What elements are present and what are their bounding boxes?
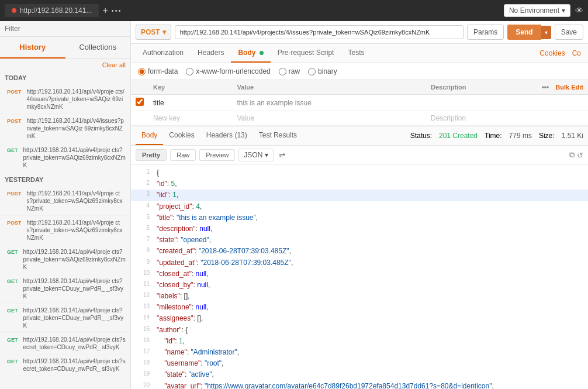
list-item[interactable]: GET http://192.168.20.141/api/v4/proje c… [0,274,130,304]
format-raw-button[interactable]: Raw [170,149,196,161]
send-dropdown-button[interactable]: ▾ [541,26,551,39]
filter-input[interactable] [5,25,126,33]
list-item[interactable]: GET http://192.168.20.141/api/v4/proje c… [0,333,130,354]
request-tab[interactable]: http://192.168.20.141... [5,4,99,17]
key-cell[interactable]: title [148,95,232,111]
radio-raw[interactable]: raw [279,67,300,75]
json-line: 16 "id": 1, [131,336,588,347]
url-input[interactable] [175,25,464,39]
resp-tab-body[interactable]: Body [136,126,163,145]
new-value-cell[interactable]: Value [232,111,426,126]
sidebar: History Collections Clear all Today POST… [0,21,131,389]
json-line: 4"project_id": 4, [131,201,588,212]
method-badge: GET [5,358,20,365]
status-value: 201 Created [439,132,478,140]
json-line: 19 "state": "active", [131,369,588,380]
send-button-group: Send ▾ [507,25,551,40]
clear-all-button[interactable]: Clear all [0,59,130,71]
method-badge: GET [5,307,20,314]
th-actions: ••• Bulk Edit [530,80,588,95]
top-bar: http://192.168.20.141... + ••• No Enviro… [0,0,588,21]
method-selector[interactable]: POST ▾ [136,25,171,40]
response-tabs-row: Body Cookies Headers (13) Test Results S… [131,126,588,146]
cookies-tab[interactable]: Cookies [537,44,567,62]
more-tabs-button[interactable]: ••• [112,7,122,14]
list-item[interactable]: GET http://192.168.20.141/api/v4/proje c… [0,354,130,376]
table-row-new: New key Value Description [131,111,588,126]
sidebar-tab-collections[interactable]: Collections [65,37,131,58]
list-item[interactable]: POST http://192.168.20.141/api/v4/issues… [0,114,130,143]
json-line: 12"labels": [], [131,291,588,302]
response-status-row: Status: 201 Created Time: 779 ms Size: 1… [410,132,583,140]
tab-headers[interactable]: Headers [191,44,231,63]
format-type-selector[interactable]: JSON ▾ [238,149,274,161]
save-button[interactable]: Save [555,25,583,40]
eye-button[interactable]: 👁 [575,6,583,15]
list-item[interactable]: GET http://192.168.20.141/api/v4/proje c… [0,304,130,333]
tab-prerequest[interactable]: Pre-request Script [271,44,341,63]
json-line: 3"iid": 1, [131,190,588,201]
json-line: 11"closed_by": null, [131,280,588,291]
th-checkbox [131,80,148,95]
wrap-button[interactable]: ⇌ [277,150,288,160]
new-key-cell[interactable]: New key [148,111,232,126]
item-url: http://192.168.20.141/api/v4/proje cts/4… [27,88,126,111]
method-badge: GET [5,336,20,343]
format-pretty-button[interactable]: Pretty [136,149,167,161]
json-line: 13"milestone": null, [131,302,588,313]
tab-authorization[interactable]: Authorization [136,44,191,63]
list-item[interactable]: POST http://192.168.20.141/api/v4/proje … [0,216,130,245]
item-url: http://192.168.20.141/api/v4/proje cts?p… [23,146,126,169]
item-url: http://192.168.20.141/api/v4/proje cts?p… [27,219,126,242]
resp-tab-tests[interactable]: Test Results [253,126,303,145]
format-preview-button[interactable]: Preview [199,149,235,161]
value-cell[interactable]: this is an example issue [232,95,426,111]
filter-area [0,21,130,37]
format-bar: Pretty Raw Preview JSON ▾ ⇌ ⧉ ↺ [131,146,588,165]
row-checkbox[interactable] [136,98,144,106]
add-tab-button[interactable]: + [102,5,108,16]
item-url: http://192.168.20.141/api/v4/proje cts?p… [23,277,126,300]
tab-status-dot [12,8,16,13]
co-tab[interactable]: Co [570,44,583,62]
more-icon[interactable]: ••• [542,83,549,91]
tab-body[interactable]: Body [231,44,270,63]
right-panel: POST ▾ Params Send ▾ Save Authorization … [131,21,588,389]
item-url: http://192.168.20.141/api/v4/proje cts?s… [23,336,126,351]
method-badge: GET [5,249,20,256]
json-line: 5"title": "this is an example issue", [131,212,588,223]
send-button[interactable]: Send [507,25,541,40]
tab-tests[interactable]: Tests [341,44,371,63]
environment-selector[interactable]: No Environment ▾ [504,4,570,17]
new-row-actions [530,111,588,126]
right-tab-area: Cookies Co [537,44,583,62]
sidebar-tab-history[interactable]: History [0,37,65,58]
radio-binary[interactable]: binary [308,67,337,75]
th-description: Description [426,80,530,95]
params-button[interactable]: Params [467,25,504,40]
resp-tab-headers[interactable]: Headers (13) [200,126,253,145]
body-type-row: form-data x-www-form-urlencoded raw bina… [131,63,588,80]
list-item[interactable]: GET http://192.168.20.141/api/v4/proje c… [0,245,130,274]
resp-tab-cookies[interactable]: Cookies [163,126,200,145]
section-yesterday: Yesterday [0,173,130,187]
json-line: 2"id": 5, [131,178,588,190]
sidebar-tabs: History Collections [0,37,130,59]
radio-urlencoded[interactable]: x-www-form-urlencoded [186,67,270,75]
table-row: title this is an example issue [131,95,588,111]
copy-button[interactable]: ⧉ [569,150,575,160]
method-badge: POST [5,88,24,95]
list-item[interactable]: POST http://192.168.20.141/api/v4/proje … [0,85,130,114]
json-line: 7"state": "opened", [131,235,588,246]
list-item[interactable]: GET http://192.168.20.141/api/v4/proje c… [0,143,130,173]
kv-table-area: Key Value Description ••• Bulk Edit titl… [131,80,588,126]
th-key: Key [148,80,232,95]
method-label: POST [141,28,160,36]
size-label: Size: [539,132,555,140]
new-desc-cell[interactable]: Description [426,111,530,126]
bulk-edit-link[interactable]: Bulk Edit [555,84,583,91]
list-item[interactable]: POST http://192.168.20.141/api/v4/proje … [0,187,130,216]
desc-cell[interactable] [426,95,530,111]
radio-form-data[interactable]: form-data [138,67,178,75]
refresh-button[interactable]: ↺ [577,150,583,160]
